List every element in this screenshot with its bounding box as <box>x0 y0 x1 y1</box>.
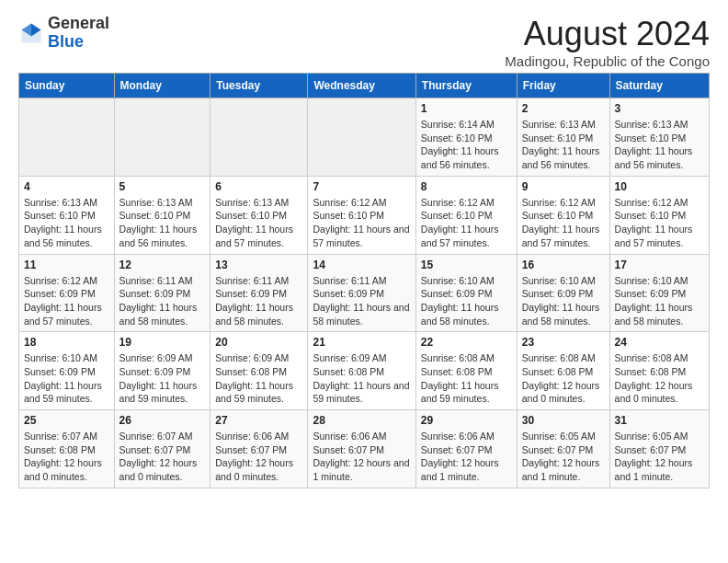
day-info: Sunrise: 6:11 AMSunset: 6:09 PMDaylight:… <box>119 274 206 328</box>
day-info: Sunrise: 6:06 AMSunset: 6:07 PMDaylight:… <box>313 430 410 484</box>
day-info: Sunrise: 6:06 AMSunset: 6:07 PMDaylight:… <box>215 430 302 484</box>
column-header-thursday: Thursday <box>415 74 517 98</box>
calendar-cell: 4Sunrise: 6:13 AMSunset: 6:10 PMDaylight… <box>19 176 115 254</box>
calendar-cell <box>114 98 210 177</box>
day-number: 21 <box>313 336 410 349</box>
day-info: Sunrise: 6:08 AMSunset: 6:08 PMDaylight:… <box>421 351 512 406</box>
day-number: 10 <box>615 180 704 193</box>
day-number: 13 <box>215 259 302 271</box>
calendar-cell <box>19 98 115 177</box>
day-info: Sunrise: 6:10 AMSunset: 6:09 PMDaylight:… <box>421 274 512 328</box>
calendar-cell: 22Sunrise: 6:08 AMSunset: 6:08 PMDayligh… <box>415 332 517 410</box>
day-info: Sunrise: 6:12 AMSunset: 6:10 PMDaylight:… <box>522 196 605 250</box>
calendar-cell: 18Sunrise: 6:10 AMSunset: 6:09 PMDayligh… <box>19 332 115 410</box>
day-info: Sunrise: 6:12 AMSunset: 6:09 PMDaylight:… <box>24 274 109 328</box>
day-info: Sunrise: 6:12 AMSunset: 6:10 PMDaylight:… <box>615 196 704 250</box>
column-header-tuesday: Tuesday <box>210 74 308 98</box>
calendar-cell: 11Sunrise: 6:12 AMSunset: 6:09 PMDayligh… <box>19 254 115 332</box>
calendar-header-row: SundayMondayTuesdayWednesdayThursdayFrid… <box>19 74 710 98</box>
day-number: 1 <box>421 102 512 115</box>
column-header-friday: Friday <box>517 74 609 98</box>
calendar-cell <box>210 98 308 177</box>
day-info: Sunrise: 6:11 AMSunset: 6:09 PMDaylight:… <box>215 274 302 328</box>
day-info: Sunrise: 6:09 AMSunset: 6:08 PMDaylight:… <box>215 351 302 406</box>
sub-title: Madingou, Republic of the Congo <box>505 53 710 69</box>
day-info: Sunrise: 6:11 AMSunset: 6:09 PMDaylight:… <box>313 274 410 328</box>
page-header: General Blue August 2024 Madingou, Repub… <box>18 15 710 69</box>
calendar-cell: 25Sunrise: 6:07 AMSunset: 6:08 PMDayligh… <box>19 410 115 488</box>
day-number: 3 <box>615 102 704 115</box>
day-info: Sunrise: 6:12 AMSunset: 6:10 PMDaylight:… <box>313 196 410 250</box>
day-number: 25 <box>24 414 109 427</box>
calendar-week-row: 1Sunrise: 6:14 AMSunset: 6:10 PMDaylight… <box>19 98 710 177</box>
calendar-cell: 6Sunrise: 6:13 AMSunset: 6:10 PMDaylight… <box>210 176 308 254</box>
day-info: Sunrise: 6:12 AMSunset: 6:10 PMDaylight:… <box>421 196 512 250</box>
day-number: 26 <box>119 414 206 427</box>
calendar-cell: 29Sunrise: 6:06 AMSunset: 6:07 PMDayligh… <box>415 410 517 488</box>
day-number: 28 <box>313 414 410 427</box>
day-info: Sunrise: 6:10 AMSunset: 6:09 PMDaylight:… <box>522 274 605 328</box>
calendar-cell: 21Sunrise: 6:09 AMSunset: 6:08 PMDayligh… <box>308 332 415 410</box>
day-info: Sunrise: 6:07 AMSunset: 6:07 PMDaylight:… <box>119 430 206 484</box>
calendar-cell <box>308 98 415 177</box>
calendar-week-row: 11Sunrise: 6:12 AMSunset: 6:09 PMDayligh… <box>19 254 710 332</box>
calendar-cell: 27Sunrise: 6:06 AMSunset: 6:07 PMDayligh… <box>210 410 308 488</box>
day-info: Sunrise: 6:09 AMSunset: 6:08 PMDaylight:… <box>313 351 410 406</box>
calendar-cell: 23Sunrise: 6:08 AMSunset: 6:08 PMDayligh… <box>517 332 609 410</box>
calendar-cell: 26Sunrise: 6:07 AMSunset: 6:07 PMDayligh… <box>114 410 210 488</box>
day-number: 30 <box>522 414 605 427</box>
calendar-cell: 20Sunrise: 6:09 AMSunset: 6:08 PMDayligh… <box>210 332 308 410</box>
calendar-cell: 3Sunrise: 6:13 AMSunset: 6:10 PMDaylight… <box>609 98 709 177</box>
day-number: 15 <box>421 259 512 271</box>
day-number: 2 <box>522 102 605 115</box>
calendar-cell: 14Sunrise: 6:11 AMSunset: 6:09 PMDayligh… <box>308 254 415 332</box>
calendar-week-row: 18Sunrise: 6:10 AMSunset: 6:09 PMDayligh… <box>19 332 710 410</box>
calendar-cell: 5Sunrise: 6:13 AMSunset: 6:10 PMDaylight… <box>114 176 210 254</box>
calendar-cell: 19Sunrise: 6:09 AMSunset: 6:09 PMDayligh… <box>114 332 210 410</box>
calendar-cell: 28Sunrise: 6:06 AMSunset: 6:07 PMDayligh… <box>308 410 415 488</box>
calendar-cell: 16Sunrise: 6:10 AMSunset: 6:09 PMDayligh… <box>517 254 609 332</box>
day-number: 31 <box>615 414 704 427</box>
day-info: Sunrise: 6:13 AMSunset: 6:10 PMDaylight:… <box>522 118 605 172</box>
day-number: 24 <box>615 336 704 349</box>
day-number: 16 <box>522 259 605 271</box>
day-info: Sunrise: 6:08 AMSunset: 6:08 PMDaylight:… <box>615 351 704 406</box>
day-number: 20 <box>215 336 302 349</box>
calendar-cell: 24Sunrise: 6:08 AMSunset: 6:08 PMDayligh… <box>609 332 709 410</box>
day-info: Sunrise: 6:10 AMSunset: 6:09 PMDaylight:… <box>24 351 109 406</box>
day-number: 9 <box>522 180 605 193</box>
day-info: Sunrise: 6:10 AMSunset: 6:09 PMDaylight:… <box>615 274 704 328</box>
day-number: 17 <box>615 259 704 271</box>
day-info: Sunrise: 6:14 AMSunset: 6:10 PMDaylight:… <box>421 118 512 172</box>
calendar-cell: 30Sunrise: 6:05 AMSunset: 6:07 PMDayligh… <box>517 410 609 488</box>
day-info: Sunrise: 6:06 AMSunset: 6:07 PMDaylight:… <box>421 430 512 484</box>
day-number: 23 <box>522 336 605 349</box>
calendar-cell: 8Sunrise: 6:12 AMSunset: 6:10 PMDaylight… <box>415 176 517 254</box>
day-number: 8 <box>421 180 512 193</box>
calendar-week-row: 25Sunrise: 6:07 AMSunset: 6:08 PMDayligh… <box>19 410 710 488</box>
day-info: Sunrise: 6:13 AMSunset: 6:10 PMDaylight:… <box>24 196 109 250</box>
day-number: 18 <box>24 336 109 349</box>
calendar-week-row: 4Sunrise: 6:13 AMSunset: 6:10 PMDaylight… <box>19 176 710 254</box>
logo-general-text: General <box>48 14 109 32</box>
day-number: 14 <box>313 259 410 271</box>
calendar-cell: 17Sunrise: 6:10 AMSunset: 6:09 PMDayligh… <box>609 254 709 332</box>
calendar-cell: 2Sunrise: 6:13 AMSunset: 6:10 PMDaylight… <box>517 98 609 177</box>
main-title: August 2024 <box>505 15 710 53</box>
title-block: August 2024 Madingou, Republic of the Co… <box>505 15 710 69</box>
calendar-table: SundayMondayTuesdayWednesdayThursdayFrid… <box>18 73 710 488</box>
day-info: Sunrise: 6:13 AMSunset: 6:10 PMDaylight:… <box>215 196 302 250</box>
day-number: 6 <box>215 180 302 193</box>
calendar-cell: 1Sunrise: 6:14 AMSunset: 6:10 PMDaylight… <box>415 98 517 177</box>
day-info: Sunrise: 6:09 AMSunset: 6:09 PMDaylight:… <box>119 351 206 406</box>
day-info: Sunrise: 6:13 AMSunset: 6:10 PMDaylight:… <box>119 196 206 250</box>
day-number: 12 <box>119 259 206 271</box>
calendar-cell: 9Sunrise: 6:12 AMSunset: 6:10 PMDaylight… <box>517 176 609 254</box>
column-header-monday: Monday <box>114 74 210 98</box>
day-number: 19 <box>119 336 206 349</box>
logo: General Blue <box>18 15 109 52</box>
calendar-cell: 31Sunrise: 6:05 AMSunset: 6:07 PMDayligh… <box>609 410 709 488</box>
day-info: Sunrise: 6:07 AMSunset: 6:08 PMDaylight:… <box>24 430 109 484</box>
day-info: Sunrise: 6:05 AMSunset: 6:07 PMDaylight:… <box>522 430 605 484</box>
day-number: 29 <box>421 414 512 427</box>
